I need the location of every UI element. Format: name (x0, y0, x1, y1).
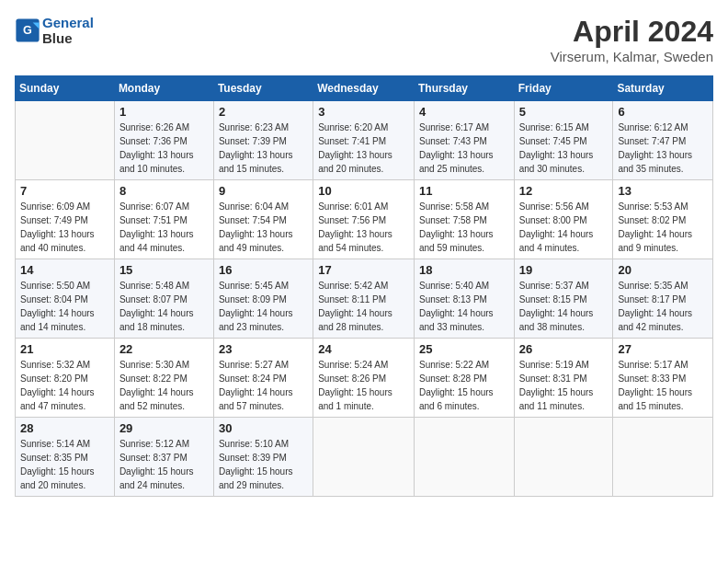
calendar-cell: 19Sunrise: 5:37 AMSunset: 8:15 PMDayligh… (514, 259, 613, 339)
calendar-cell: 24Sunrise: 5:24 AMSunset: 8:26 PMDayligh… (313, 339, 415, 418)
calendar-cell: 13Sunrise: 5:53 AMSunset: 8:02 PMDayligh… (613, 180, 713, 259)
day-number: 3 (318, 105, 409, 119)
day-detail: Sunrise: 5:22 AMSunset: 8:28 PMDaylight:… (419, 358, 509, 413)
day-number: 9 (219, 184, 308, 198)
weekday-header-row: SundayMondayTuesdayWednesdayThursdayFrid… (16, 76, 713, 101)
day-number: 15 (119, 263, 209, 277)
calendar-cell (414, 418, 514, 497)
day-detail: Sunrise: 5:10 AMSunset: 8:39 PMDaylight:… (219, 437, 308, 492)
calendar-cell: 1Sunrise: 6:26 AMSunset: 7:36 PMDaylight… (114, 101, 213, 180)
day-number: 21 (20, 342, 109, 356)
day-detail: Sunrise: 5:32 AMSunset: 8:20 PMDaylight:… (20, 358, 109, 413)
day-detail: Sunrise: 6:04 AMSunset: 7:54 PMDaylight:… (219, 200, 308, 255)
month-title: April 2024 (551, 15, 713, 49)
day-detail: Sunrise: 6:09 AMSunset: 7:49 PMDaylight:… (20, 200, 109, 255)
week-row-3: 14Sunrise: 5:50 AMSunset: 8:04 PMDayligh… (16, 259, 713, 339)
day-detail: Sunrise: 5:24 AMSunset: 8:26 PMDaylight:… (318, 358, 409, 413)
calendar-cell: 15Sunrise: 5:48 AMSunset: 8:07 PMDayligh… (114, 259, 213, 339)
day-detail: Sunrise: 5:27 AMSunset: 8:24 PMDaylight:… (219, 358, 308, 413)
day-detail: Sunrise: 6:12 AMSunset: 7:47 PMDaylight:… (618, 121, 708, 176)
calendar-cell: 26Sunrise: 5:19 AMSunset: 8:31 PMDayligh… (514, 339, 613, 418)
day-number: 18 (419, 263, 509, 277)
calendar-cell: 25Sunrise: 5:22 AMSunset: 8:28 PMDayligh… (414, 339, 514, 418)
calendar-cell (313, 418, 415, 497)
day-number: 1 (119, 105, 209, 119)
day-detail: Sunrise: 6:26 AMSunset: 7:36 PMDaylight:… (119, 121, 209, 176)
calendar-cell: 16Sunrise: 5:45 AMSunset: 8:09 PMDayligh… (213, 259, 313, 339)
day-detail: Sunrise: 5:40 AMSunset: 8:13 PMDaylight:… (419, 279, 509, 334)
logo-icon: G (15, 17, 40, 43)
calendar-cell (16, 101, 115, 180)
day-number: 4 (419, 105, 509, 119)
day-detail: Sunrise: 6:20 AMSunset: 7:41 PMDaylight:… (318, 121, 409, 176)
day-detail: Sunrise: 5:45 AMSunset: 8:09 PMDaylight:… (219, 279, 308, 334)
calendar-cell: 3Sunrise: 6:20 AMSunset: 7:41 PMDaylight… (313, 101, 415, 180)
logo: G General Blue (15, 15, 94, 46)
day-detail: Sunrise: 5:42 AMSunset: 8:11 PMDaylight:… (318, 279, 409, 334)
day-number: 28 (20, 421, 109, 435)
day-number: 11 (419, 184, 509, 198)
calendar-cell (514, 418, 613, 497)
day-detail: Sunrise: 5:37 AMSunset: 8:15 PMDaylight:… (519, 279, 609, 334)
calendar-cell: 9Sunrise: 6:04 AMSunset: 7:54 PMDaylight… (213, 180, 313, 259)
calendar-cell: 30Sunrise: 5:10 AMSunset: 8:39 PMDayligh… (213, 418, 313, 497)
day-detail: Sunrise: 6:23 AMSunset: 7:39 PMDaylight:… (219, 121, 308, 176)
calendar-cell: 7Sunrise: 6:09 AMSunset: 7:49 PMDaylight… (16, 180, 115, 259)
day-number: 16 (219, 263, 308, 277)
calendar-cell: 14Sunrise: 5:50 AMSunset: 8:04 PMDayligh… (16, 259, 115, 339)
day-detail: Sunrise: 6:07 AMSunset: 7:51 PMDaylight:… (119, 200, 209, 255)
day-detail: Sunrise: 5:56 AMSunset: 8:00 PMDaylight:… (519, 200, 609, 255)
day-detail: Sunrise: 5:58 AMSunset: 7:58 PMDaylight:… (419, 200, 509, 255)
calendar-cell: 2Sunrise: 6:23 AMSunset: 7:39 PMDaylight… (213, 101, 313, 180)
calendar-cell: 8Sunrise: 6:07 AMSunset: 7:51 PMDaylight… (114, 180, 213, 259)
week-row-5: 28Sunrise: 5:14 AMSunset: 8:35 PMDayligh… (16, 418, 713, 497)
weekday-header-monday: Monday (114, 76, 213, 101)
calendar-cell: 23Sunrise: 5:27 AMSunset: 8:24 PMDayligh… (213, 339, 313, 418)
calendar-cell: 28Sunrise: 5:14 AMSunset: 8:35 PMDayligh… (16, 418, 115, 497)
calendar-cell: 20Sunrise: 5:35 AMSunset: 8:17 PMDayligh… (613, 259, 713, 339)
weekday-header-sunday: Sunday (16, 76, 115, 101)
weekday-header-saturday: Saturday (613, 76, 713, 101)
calendar-table: SundayMondayTuesdayWednesdayThursdayFrid… (15, 75, 713, 497)
day-number: 5 (519, 105, 609, 119)
calendar-cell: 17Sunrise: 5:42 AMSunset: 8:11 PMDayligh… (313, 259, 415, 339)
logo-general: General (42, 15, 94, 30)
day-detail: Sunrise: 5:17 AMSunset: 8:33 PMDaylight:… (618, 358, 708, 413)
day-number: 2 (219, 105, 308, 119)
day-detail: Sunrise: 5:30 AMSunset: 8:22 PMDaylight:… (119, 358, 209, 413)
calendar-cell: 4Sunrise: 6:17 AMSunset: 7:43 PMDaylight… (414, 101, 514, 180)
day-number: 6 (618, 105, 708, 119)
day-detail: Sunrise: 5:35 AMSunset: 8:17 PMDaylight:… (618, 279, 708, 334)
weekday-header-wednesday: Wednesday (313, 76, 415, 101)
week-row-1: 1Sunrise: 6:26 AMSunset: 7:36 PMDaylight… (16, 101, 713, 180)
day-detail: Sunrise: 5:48 AMSunset: 8:07 PMDaylight:… (119, 279, 209, 334)
calendar-cell: 11Sunrise: 5:58 AMSunset: 7:58 PMDayligh… (414, 180, 514, 259)
calendar-cell: 10Sunrise: 6:01 AMSunset: 7:56 PMDayligh… (313, 180, 415, 259)
day-number: 19 (519, 263, 609, 277)
day-number: 14 (20, 263, 109, 277)
calendar-cell (613, 418, 713, 497)
day-detail: Sunrise: 6:15 AMSunset: 7:45 PMDaylight:… (519, 121, 609, 176)
day-number: 17 (318, 263, 409, 277)
calendar-cell: 12Sunrise: 5:56 AMSunset: 8:00 PMDayligh… (514, 180, 613, 259)
calendar-cell: 21Sunrise: 5:32 AMSunset: 8:20 PMDayligh… (16, 339, 115, 418)
calendar-cell: 5Sunrise: 6:15 AMSunset: 7:45 PMDaylight… (514, 101, 613, 180)
day-detail: Sunrise: 5:50 AMSunset: 8:04 PMDaylight:… (20, 279, 109, 334)
weekday-header-thursday: Thursday (414, 76, 514, 101)
day-number: 7 (20, 184, 109, 198)
day-number: 22 (119, 342, 209, 356)
svg-text:G: G (23, 24, 32, 37)
day-number: 8 (119, 184, 209, 198)
day-detail: Sunrise: 6:17 AMSunset: 7:43 PMDaylight:… (419, 121, 509, 176)
calendar-cell: 29Sunrise: 5:12 AMSunset: 8:37 PMDayligh… (114, 418, 213, 497)
day-number: 25 (419, 342, 509, 356)
day-number: 24 (318, 342, 409, 356)
calendar-cell: 22Sunrise: 5:30 AMSunset: 8:22 PMDayligh… (114, 339, 213, 418)
calendar-cell: 6Sunrise: 6:12 AMSunset: 7:47 PMDaylight… (613, 101, 713, 180)
calendar-cell: 27Sunrise: 5:17 AMSunset: 8:33 PMDayligh… (613, 339, 713, 418)
week-row-4: 21Sunrise: 5:32 AMSunset: 8:20 PMDayligh… (16, 339, 713, 418)
day-detail: Sunrise: 5:19 AMSunset: 8:31 PMDaylight:… (519, 358, 609, 413)
day-number: 13 (618, 184, 708, 198)
day-detail: Sunrise: 5:14 AMSunset: 8:35 PMDaylight:… (20, 437, 109, 492)
page-header: G General Blue April 2024 Virserum, Kalm… (15, 15, 713, 64)
